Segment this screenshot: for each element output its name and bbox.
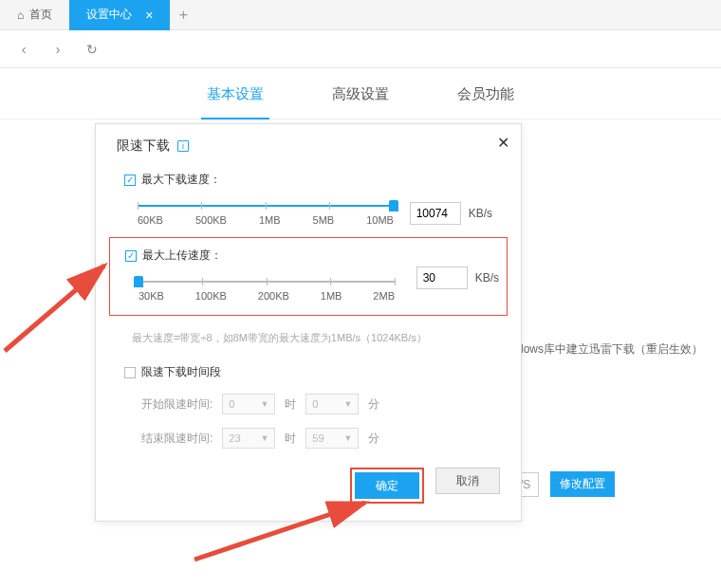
cancel-button[interactable]: 取消	[435, 468, 500, 494]
dialog-buttons: 确定 取消	[117, 468, 500, 504]
back-icon[interactable]: ‹	[15, 42, 32, 57]
upload-checkbox-row[interactable]: ✓ 最大上传速度：	[125, 248, 491, 264]
upload-speed-section: ✓ 最大上传速度： KB/s 30KB 100KB 200KB 1MB 2MB	[109, 237, 508, 316]
tab-home[interactable]: ⌂ 首页	[0, 0, 69, 30]
tab-home-label: 首页	[29, 7, 52, 23]
start-min-select[interactable]: 0▼	[305, 394, 359, 414]
time-limit-section: ✓ 限速下载时间段 开始限速时间: 0▼ 时 0▼ 分 结束限速时间: 23▼ …	[117, 364, 500, 449]
nav-bar: ‹ › ↻	[0, 30, 721, 68]
bg-text: dows库中建立迅雷下载（重启生效）	[517, 341, 703, 358]
forward-icon[interactable]: ›	[49, 42, 66, 57]
end-label: 结束限速时间:	[141, 431, 213, 447]
download-value-input[interactable]	[410, 202, 461, 225]
time-checkbox-row[interactable]: ✓ 限速下载时间段	[124, 364, 500, 380]
download-label: 最大下载速度：	[141, 172, 221, 188]
download-checkbox-row[interactable]: ✓ 最大下载速度：	[124, 172, 492, 188]
upload-slider-thumb[interactable]	[134, 276, 143, 287]
start-label: 开始限速时间:	[141, 396, 213, 413]
bg-config-row: B/S 修改配置	[512, 471, 615, 497]
home-icon: ⌂	[17, 9, 24, 22]
speed-hint: 最大速度=带宽÷8，如8M带宽的最大速度为1MB/s（1024KB/s）	[132, 331, 500, 345]
upload-unit: KB/s	[475, 271, 499, 285]
dialog-close-icon[interactable]: ✕	[497, 134, 509, 152]
browser-tab-bar: ⌂ 首页 设置中心 × +	[0, 0, 721, 30]
upload-tick-labels: 30KB 100KB 200KB 1MB 2MB	[139, 290, 395, 302]
refresh-icon[interactable]: ↻	[83, 42, 101, 57]
settings-tabs: 基本设置 高级设置 会员功能	[0, 72, 721, 119]
tab-settings-label: 设置中心	[86, 7, 132, 23]
add-tab-button[interactable]: +	[170, 7, 196, 24]
close-icon[interactable]: ×	[145, 8, 153, 23]
time-label: 限速下载时间段	[141, 364, 221, 380]
download-tick-labels: 60KB 500KB 1MB 5MB 10MB	[138, 214, 394, 226]
chevron-down-icon: ▼	[260, 433, 268, 443]
chevron-down-icon: ▼	[343, 433, 352, 443]
download-unit: KB/s	[469, 207, 492, 220]
dialog-title: 限速下载	[117, 138, 170, 155]
end-min-select[interactable]: 59▼	[305, 428, 359, 449]
start-hour-select[interactable]: 0▼	[222, 394, 275, 414]
chevron-down-icon: ▼	[260, 399, 268, 409]
download-slider-thumb[interactable]	[389, 200, 398, 211]
dialog-title-row: 限速下载 i	[117, 138, 500, 155]
chevron-down-icon: ▼	[343, 399, 352, 409]
modify-config-button[interactable]: 修改配置	[550, 471, 615, 497]
ok-button[interactable]: 确定	[355, 472, 419, 499]
end-hour-select[interactable]: 23▼	[222, 428, 275, 449]
tab-advanced[interactable]: 高级设置	[326, 72, 395, 119]
tab-vip[interactable]: 会员功能	[452, 72, 520, 119]
upload-checkbox[interactable]: ✓	[125, 250, 137, 262]
upload-value-input[interactable]	[416, 266, 468, 289]
tab-basic[interactable]: 基本设置	[201, 72, 269, 119]
info-icon[interactable]: i	[177, 140, 189, 152]
time-checkbox[interactable]: ✓	[124, 367, 136, 378]
ok-button-highlight: 确定	[350, 468, 424, 504]
speed-limit-dialog: 限速下载 i ✕ ✓ 最大下载速度： KB/s 60KB 500KB	[95, 123, 522, 522]
download-speed-section: ✓ 最大下载速度： KB/s 60KB 500KB 1MB 5MB 10MB	[117, 172, 500, 226]
start-time-row: 开始限速时间: 0▼ 时 0▼ 分	[124, 394, 500, 414]
end-time-row: 结束限速时间: 23▼ 时 59▼ 分	[124, 428, 500, 449]
tab-settings[interactable]: 设置中心 ×	[69, 0, 170, 30]
upload-label: 最大上传速度：	[142, 248, 222, 264]
download-checkbox[interactable]: ✓	[124, 175, 136, 186]
